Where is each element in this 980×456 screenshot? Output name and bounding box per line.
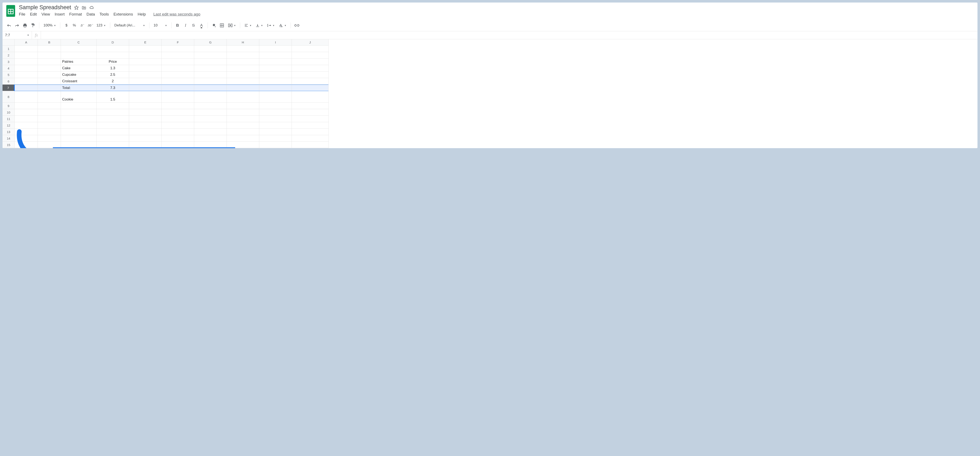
cell[interactable]: [38, 141, 61, 148]
currency-button[interactable]: $: [63, 22, 70, 29]
cell[interactable]: 1.5: [97, 91, 129, 103]
font-family-dropdown[interactable]: Default (Ari...▼: [113, 23, 147, 27]
insert-link-button[interactable]: [293, 22, 301, 29]
cell[interactable]: [97, 109, 129, 116]
zoom-dropdown[interactable]: 100%▼: [42, 23, 57, 27]
cell[interactable]: [292, 59, 329, 65]
menu-file[interactable]: File: [19, 12, 25, 17]
row-header[interactable]: 1: [3, 46, 15, 52]
cell[interactable]: [227, 109, 259, 116]
cell[interactable]: 1.3: [97, 65, 129, 71]
cell[interactable]: [292, 91, 329, 103]
cell[interactable]: [61, 129, 97, 135]
cell[interactable]: [162, 84, 194, 91]
cell[interactable]: [162, 109, 194, 116]
cell[interactable]: [162, 141, 194, 148]
cell[interactable]: [97, 46, 129, 52]
merge-cells-dropdown[interactable]: ▼: [226, 24, 238, 27]
cell[interactable]: [292, 129, 329, 135]
cell[interactable]: [38, 91, 61, 103]
cell[interactable]: [97, 116, 129, 122]
cell[interactable]: [97, 122, 129, 129]
cell[interactable]: [162, 135, 194, 141]
cell[interactable]: [97, 52, 129, 59]
cell[interactable]: [61, 52, 97, 59]
cell[interactable]: [15, 46, 38, 52]
col-header-E[interactable]: E: [129, 39, 162, 46]
row-header[interactable]: 14: [3, 135, 15, 141]
cell[interactable]: [292, 78, 329, 84]
cell[interactable]: [292, 122, 329, 129]
cell[interactable]: [162, 78, 194, 84]
col-header-B[interactable]: B: [38, 39, 61, 46]
cell[interactable]: [38, 109, 61, 116]
move-icon[interactable]: [82, 5, 86, 10]
cell[interactable]: Cake: [61, 65, 97, 71]
cell[interactable]: [129, 109, 162, 116]
cell[interactable]: [38, 122, 61, 129]
cell[interactable]: [129, 129, 162, 135]
cell[interactable]: [292, 103, 329, 109]
cell[interactable]: [259, 109, 292, 116]
cell[interactable]: [129, 122, 162, 129]
print-button[interactable]: [21, 22, 29, 29]
cell[interactable]: [15, 135, 38, 141]
undo-button[interactable]: [5, 22, 13, 29]
col-header-D[interactable]: D: [97, 39, 129, 46]
cell[interactable]: [97, 129, 129, 135]
cell[interactable]: [194, 52, 227, 59]
cell[interactable]: [162, 122, 194, 129]
cell[interactable]: [259, 78, 292, 84]
cell[interactable]: [194, 129, 227, 135]
font-size-dropdown[interactable]: 10▼: [152, 23, 169, 27]
cell[interactable]: [194, 116, 227, 122]
cell[interactable]: [194, 103, 227, 109]
col-header-G[interactable]: G: [194, 39, 227, 46]
row-header[interactable]: 10: [3, 109, 15, 116]
cell[interactable]: [15, 59, 38, 65]
cell[interactable]: 2.5: [97, 71, 129, 78]
cell[interactable]: [194, 109, 227, 116]
cell[interactable]: [162, 129, 194, 135]
cell[interactable]: [227, 135, 259, 141]
select-all-corner[interactable]: [3, 39, 15, 46]
col-header-A[interactable]: A: [15, 39, 38, 46]
cell[interactable]: [227, 52, 259, 59]
cell[interactable]: [227, 141, 259, 148]
cell[interactable]: Cookie: [61, 91, 97, 103]
menu-view[interactable]: View: [41, 12, 50, 17]
cell[interactable]: [259, 84, 292, 91]
redo-button[interactable]: [13, 22, 21, 29]
cell[interactable]: [227, 103, 259, 109]
text-wrap-dropdown[interactable]: ▼: [266, 24, 276, 27]
strikethrough-button[interactable]: S: [190, 22, 197, 29]
cell[interactable]: [292, 46, 329, 52]
cell[interactable]: [38, 103, 61, 109]
cell[interactable]: [15, 109, 38, 116]
col-header-H[interactable]: H: [227, 39, 259, 46]
cell[interactable]: [15, 129, 38, 135]
cell[interactable]: [194, 65, 227, 71]
cell[interactable]: [38, 78, 61, 84]
col-header-F[interactable]: F: [162, 39, 194, 46]
vertical-align-dropdown[interactable]: ▼: [254, 24, 264, 27]
cloud-status-icon[interactable]: [89, 5, 94, 10]
cell[interactable]: [38, 116, 61, 122]
row-header[interactable]: 2: [3, 52, 15, 59]
cell[interactable]: [227, 91, 259, 103]
cell[interactable]: [259, 135, 292, 141]
fill-color-button[interactable]: [210, 22, 218, 29]
cell[interactable]: [129, 46, 162, 52]
cell[interactable]: [194, 46, 227, 52]
text-rotation-dropdown[interactable]: ▼: [277, 24, 288, 27]
cell[interactable]: [15, 78, 38, 84]
cell[interactable]: [129, 135, 162, 141]
row-header[interactable]: 9: [3, 103, 15, 109]
cell[interactable]: [129, 84, 162, 91]
cell[interactable]: [15, 52, 38, 59]
cell[interactable]: [15, 91, 38, 103]
cell[interactable]: [38, 84, 61, 91]
row-header[interactable]: 15: [3, 141, 15, 148]
cell[interactable]: [61, 109, 97, 116]
cell[interactable]: [162, 103, 194, 109]
